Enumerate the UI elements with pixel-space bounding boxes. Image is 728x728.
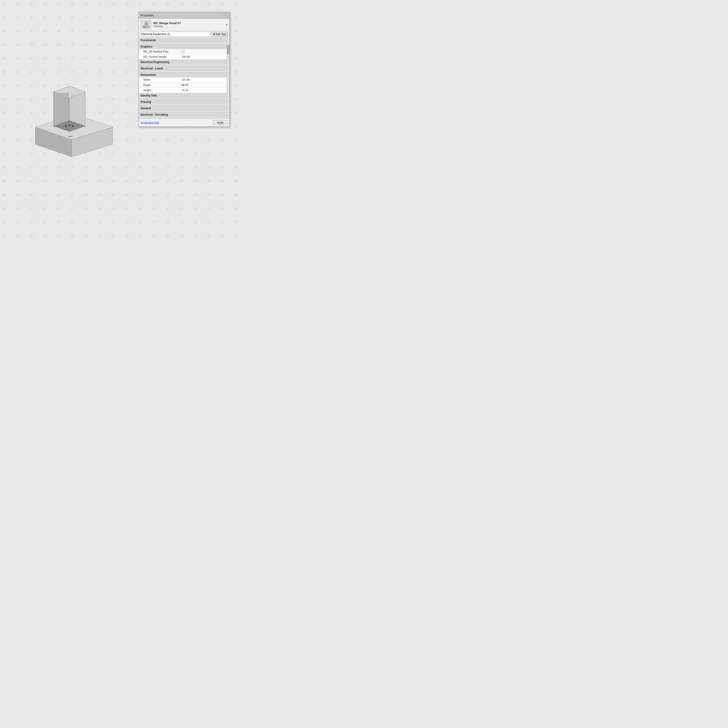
section-header-graphics[interactable]: Graphics ∧: [139, 44, 229, 49]
range-hood-model: bosch: [17, 78, 117, 165]
close-button[interactable]: ×: [224, 14, 228, 17]
properties-content: Constraints ⌄ Graphics ∧ RD_2D Symbol Pl…: [139, 38, 229, 119]
prop-label-symbol-plan: RD_2D Symbol Plan: [139, 49, 180, 54]
model-area: bosch: [0, 0, 134, 243]
prop-value-symbol-height[interactable]: 150.00: [180, 54, 229, 60]
svg-marker-23: [145, 21, 147, 26]
prop-value-depth[interactable]: 68.50: [180, 83, 229, 87]
section-header-identity-data[interactable]: Identity Data ⌄: [139, 93, 229, 98]
section-header-phasing[interactable]: Phasing ⌄: [139, 99, 229, 104]
component-subname: Chrome: [153, 25, 181, 28]
prop-row-symbol-height: RD_Symbol Height 150.00: [139, 54, 229, 60]
prop-row-width: Width 107.00: [139, 77, 229, 83]
svg-marker-24: [147, 21, 148, 26]
component-thumbnail: [142, 21, 150, 28]
prop-row-depth: Depth 68.50: [139, 83, 229, 88]
component-header: RD_Range Hood 07 Chrome ▾: [139, 19, 229, 31]
svg-point-17: [72, 125, 74, 127]
section-header-constraints[interactable]: Constraints ⌄: [139, 38, 229, 43]
prop-row-symbol-plan: RD_2D Symbol Plan ✓: [139, 49, 229, 54]
svg-rect-7: [54, 93, 69, 126]
section-header-electrical-loads[interactable]: Electrical - Loads ⌄: [139, 66, 229, 71]
svg-text:bosch: bosch: [68, 136, 73, 137]
prop-value-height[interactable]: 75.70: [180, 88, 229, 93]
edit-type-button[interactable]: ⊞ Edit Type: [211, 32, 228, 37]
prop-label-depth: Depth: [139, 83, 180, 87]
prop-label-symbol-height: RD_Symbol Height: [139, 54, 180, 60]
component-expand-arrow[interactable]: ▾: [226, 23, 228, 26]
category-select[interactable]: Electrical Equipment (1): [140, 32, 210, 37]
section-header-electrical-engineering[interactable]: Electrical Engineering ⌄: [139, 60, 229, 64]
prop-row-height: Height 75.70: [139, 88, 229, 93]
section-header-electrical-circuiting[interactable]: Electrical - Circuiting ⌄: [139, 112, 229, 117]
prop-value-width[interactable]: 107.00: [180, 77, 229, 83]
svg-point-15: [65, 125, 67, 127]
scrollbar-thumb[interactable]: [227, 45, 229, 54]
checkbox-symbol-plan[interactable]: ✓: [182, 50, 185, 53]
edit-type-label: Edit Type: [216, 33, 226, 35]
prop-label-height: Height: [139, 88, 180, 93]
component-info: RD_Range Hood 07 Chrome: [153, 21, 181, 28]
section-header-general[interactable]: General ⌄: [139, 106, 229, 111]
prop-label-width: Width: [139, 77, 180, 83]
section-label-dimensions: Dimensions: [141, 73, 156, 76]
section-label-graphics: Graphics: [141, 45, 153, 48]
section-spacer-electrical-circuiting: [139, 117, 229, 119]
panel-footer: Properties help Apply: [139, 119, 229, 127]
component-name: RD_Range Hood 07: [153, 21, 181, 25]
title-bar: Properties ×: [139, 12, 229, 19]
section-label-constraints: Constraints: [141, 39, 156, 42]
svg-point-16: [69, 124, 70, 126]
section-label-phasing: Phasing: [141, 100, 151, 104]
edit-type-icon: ⊞: [213, 33, 215, 36]
panel-title: Properties: [141, 14, 154, 17]
section-label-identity-data: Identity Data: [141, 94, 157, 97]
apply-button[interactable]: Apply: [213, 120, 228, 125]
properties-panel: Properties × RD_Range Hood 07 Chrome ▾ E…: [139, 12, 229, 127]
scrollbar[interactable]: [226, 38, 229, 119]
component-icon: [141, 20, 151, 29]
section-header-dimensions[interactable]: Dimensions ∧: [139, 72, 229, 77]
section-label-electrical-engineering: Electrical Engineering: [141, 61, 169, 64]
section-label-general: General: [141, 107, 151, 110]
category-row: Electrical Equipment (1) ⊞ Edit Type: [139, 31, 229, 38]
prop-value-symbol-plan[interactable]: ✓: [180, 49, 229, 54]
properties-help-link[interactable]: Properties help: [141, 121, 159, 124]
section-label-electrical-loads: Electrical - Loads: [141, 67, 163, 70]
section-label-electrical-circuiting: Electrical - Circuiting: [141, 113, 168, 116]
